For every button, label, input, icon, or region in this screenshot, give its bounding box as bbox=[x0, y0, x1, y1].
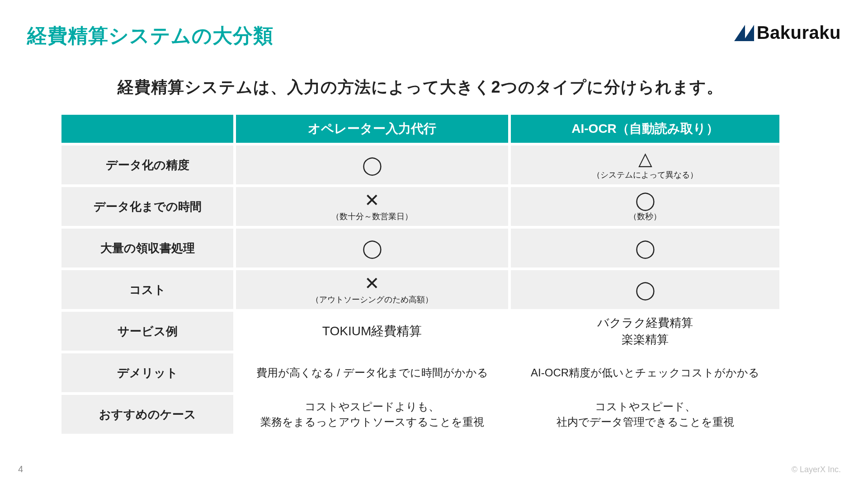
table-row: データ化までの時間 ✕ （数十分～数営業日） ◯ （数秒） bbox=[61, 187, 779, 226]
circle-icon: ◯ bbox=[511, 239, 779, 257]
cross-icon: ✕ bbox=[364, 191, 380, 209]
circle-icon: ◯ bbox=[236, 239, 508, 257]
cell-r4-c2: ◯ bbox=[511, 270, 779, 309]
cell-r5-c2: バクラク経費精算 楽楽精算 bbox=[511, 312, 779, 351]
table-row: 大量の領収書処理 ◯ ◯ bbox=[61, 229, 779, 267]
row-label: サービス例 bbox=[61, 312, 233, 351]
cell-line: 楽楽精算 bbox=[622, 332, 669, 347]
table-header-aiocr: AI-OCR（自動読み取り） bbox=[511, 115, 779, 143]
cell-r6-c2: AI-OCR精度が低いとチェックコストがかかる bbox=[511, 353, 779, 392]
cell-r3-c1: ◯ bbox=[236, 229, 508, 267]
brand-logo-text: Bakuraku bbox=[757, 23, 841, 43]
table-row: デメリット 費用が高くなる / データ化までに時間がかかる AI-OCR精度が低… bbox=[61, 353, 779, 392]
table-row: おすすめのケース コストやスピードよりも、 業務をまるっとアウトソースすることを… bbox=[61, 395, 779, 434]
page-number: 4 bbox=[18, 464, 23, 474]
circle-icon: ◯ bbox=[511, 281, 779, 299]
row-label: データ化までの時間 bbox=[61, 187, 233, 226]
cell-r1-c1: ◯ bbox=[236, 145, 508, 184]
slide: 経費精算システムの大分類 Bakuraku 経費精算システムは、入力の方法によっ… bbox=[0, 0, 868, 488]
row-label: おすすめのケース bbox=[61, 395, 233, 434]
svg-marker-0 bbox=[734, 25, 745, 41]
cell-r1-c2: △ （システムによって異なる） bbox=[511, 145, 779, 184]
table-header-row: オペレーター入力代行 AI-OCR（自動読み取り） bbox=[61, 115, 779, 143]
cell-line: 業務をまるっとアウトソースすることを重視 bbox=[260, 415, 484, 429]
title-bar: 経費精算システムの大分類 Bakuraku bbox=[0, 23, 841, 49]
cell-line: バクラク経費精算 bbox=[597, 315, 693, 331]
table-row: コスト ✕ （アウトソーシングのため高額） ◯ bbox=[61, 270, 779, 309]
cell-r3-c2: ◯ bbox=[511, 229, 779, 267]
cell-sub: （数秒） bbox=[629, 211, 661, 222]
cell-r7-c1: コストやスピードよりも、 業務をまるっとアウトソースすることを重視 bbox=[236, 395, 508, 434]
cell-line: 社内でデータ管理できることを重視 bbox=[557, 415, 734, 429]
table-header-blank bbox=[61, 115, 233, 143]
comparison-table-wrap: オペレーター入力代行 AI-OCR（自動読み取り） データ化の精度 ◯ △ （シ… bbox=[59, 112, 782, 436]
cell-r6-c1: 費用が高くなる / データ化までに時間がかかる bbox=[236, 353, 508, 392]
cell-r2-c1: ✕ （数十分～数営業日） bbox=[236, 187, 508, 226]
row-label: デメリット bbox=[61, 353, 233, 392]
table-header-operator: オペレーター入力代行 bbox=[236, 115, 508, 143]
cell-sub: （アウトソーシングのため高額） bbox=[311, 294, 433, 305]
circle-icon: ◯ bbox=[236, 156, 508, 174]
cell-line: コストやスピード、 bbox=[595, 399, 696, 414]
row-label: データ化の精度 bbox=[61, 145, 233, 184]
subtitle: 経費精算システムは、入力の方法によって大きく2つのタイプに分けられます。 bbox=[0, 76, 841, 99]
cell-r7-c2: コストやスピード、 社内でデータ管理できることを重視 bbox=[511, 395, 779, 434]
row-label: コスト bbox=[61, 270, 233, 309]
cell-r4-c1: ✕ （アウトソーシングのため高額） bbox=[236, 270, 508, 309]
triangle-icon: △ bbox=[638, 150, 652, 168]
cross-icon: ✕ bbox=[364, 274, 380, 292]
circle-icon: ◯ bbox=[635, 191, 656, 209]
cell-line: コストやスピードよりも、 bbox=[305, 399, 439, 414]
comparison-table: オペレーター入力代行 AI-OCR（自動読み取り） データ化の精度 ◯ △ （シ… bbox=[59, 112, 782, 436]
cell-sub: （システムによって異なる） bbox=[592, 169, 698, 180]
row-label: 大量の領収書処理 bbox=[61, 229, 233, 267]
brand-logo: Bakuraku bbox=[734, 23, 841, 43]
cell-r5-c1: TOKIUM経費精算 bbox=[236, 312, 508, 351]
cell-sub: （数十分～数営業日） bbox=[331, 211, 413, 222]
page-title: 経費精算システムの大分類 bbox=[27, 23, 274, 49]
table-row: サービス例 TOKIUM経費精算 バクラク経費精算 楽楽精算 bbox=[61, 312, 779, 351]
cell-r2-c2: ◯ （数秒） bbox=[511, 187, 779, 226]
copyright: © LayerX Inc. bbox=[792, 465, 841, 474]
brand-mark-icon bbox=[734, 25, 754, 41]
table-row: データ化の精度 ◯ △ （システムによって異なる） bbox=[61, 145, 779, 184]
